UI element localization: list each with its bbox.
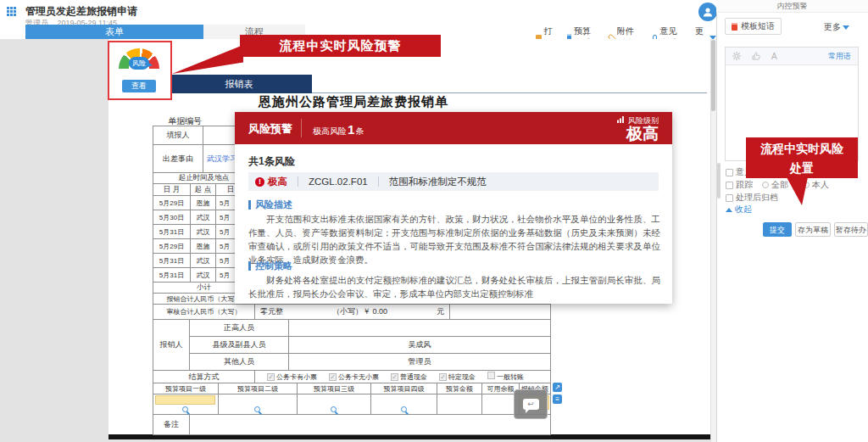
callout-right-arrow bbox=[787, 177, 808, 205]
collapse-label: 收起 bbox=[735, 204, 752, 215]
gear-icon[interactable] bbox=[732, 52, 741, 60]
comment-bubble-button[interactable]: ↩ bbox=[514, 389, 548, 419]
template-phrases-button[interactable]: 模板短语 bbox=[725, 18, 782, 35]
sidebar-more-button[interactable]: 更多 bbox=[824, 21, 849, 33]
opinion-checkbox[interactable] bbox=[726, 169, 733, 176]
tier1-value-cell[interactable] bbox=[288, 319, 551, 337]
tier1-label-cell: 正高人员 bbox=[189, 319, 289, 337]
caret-up-icon bbox=[726, 208, 732, 212]
sidebar-header: 内控预警 bbox=[716, 0, 868, 13]
trip-date-cell: 5月31日 bbox=[153, 253, 191, 268]
risk-level-value: 极高 bbox=[626, 123, 659, 145]
track-checkbox-label: 跟踪 bbox=[736, 179, 753, 191]
risk-name: 范围和标准制定不规范 bbox=[389, 176, 487, 188]
app-launcher-icon[interactable] bbox=[7, 7, 9, 9]
main-scrollbar-thumb[interactable] bbox=[711, 40, 715, 111]
risk-severity: !极高 bbox=[255, 176, 287, 188]
page-title: 管理员发起差旅报销申请 bbox=[25, 4, 137, 19]
settle-options-cell: 公务卡有小票 公务卡无小票 普通现金 特定现金 一般转账 bbox=[254, 370, 551, 383]
callout-right-line2: 处置 bbox=[746, 159, 858, 178]
remark-value-cell[interactable] bbox=[189, 414, 551, 435]
audit-words-label-cell: 审核合计人民币（大写） bbox=[153, 304, 255, 320]
budget-header-cell: 预算项目三级 bbox=[297, 383, 371, 394]
risk-strategy-text: 财务处将各处室提出的支付定额控制标准的建议汇总，财务处处长审核后，上报主管副局长… bbox=[248, 273, 660, 300]
save-draft-button[interactable]: 存为草稿 bbox=[795, 222, 831, 237]
risk-code: ZCGL.02.F01 bbox=[309, 176, 368, 187]
tab-form[interactable]: 表单 bbox=[25, 25, 203, 39]
track-all-radio[interactable] bbox=[762, 182, 769, 188]
assistant-icon[interactable] bbox=[698, 3, 717, 21]
submit-button[interactable]: 提交 bbox=[763, 222, 792, 237]
budget-header-cell: 预算金额 bbox=[437, 383, 482, 394]
budget-level3-search-icon[interactable] bbox=[331, 406, 337, 412]
archive-checkbox-row: 处理后归档 bbox=[726, 192, 778, 204]
amount-unit: 元 bbox=[437, 306, 444, 317]
col-day-cell: 日 月 bbox=[153, 183, 191, 196]
risk-count: 极高风险1条 bbox=[313, 122, 364, 137]
risk-panel-header: 风险预警 极高风险1条 风险级别 极高 bbox=[235, 112, 672, 144]
trip-city-cell: 武汉 bbox=[190, 224, 216, 239]
view-risk-button[interactable]: 查看 bbox=[122, 80, 156, 92]
collapse-link[interactable]: 收起 bbox=[726, 204, 752, 215]
trip-city-cell: 恩施 bbox=[190, 238, 216, 254]
amount-numeric: （小写）￥ 0.00 bbox=[332, 306, 387, 317]
hold-button[interactable]: 暂存待办 bbox=[834, 222, 868, 237]
trip-city-cell: 恩施 bbox=[190, 195, 216, 210]
trip-date-cell: 5月30日 bbox=[153, 210, 191, 225]
trip-date-cell: 5月31日 bbox=[153, 267, 191, 283]
list-icon[interactable]: ≡ bbox=[553, 394, 562, 404]
trip-city-cell: 武汉 bbox=[190, 253, 216, 268]
checkbox-checked-icon[interactable] bbox=[391, 373, 398, 381]
risk-desc-title: 风险描述 bbox=[248, 200, 292, 210]
sidebar-scrollbar-thumb[interactable] bbox=[717, 163, 721, 199]
checkbox-checked-icon[interactable] bbox=[439, 373, 447, 381]
track-checkbox[interactable] bbox=[726, 182, 733, 189]
settle-option[interactable]: 公务卡无小票 bbox=[329, 372, 379, 382]
tier3-value-cell[interactable]: 管理员 bbox=[288, 353, 551, 371]
chevron-down-icon bbox=[843, 25, 849, 30]
filler-label-cell: 填报人 bbox=[153, 126, 203, 145]
track-self-label: 本人 bbox=[812, 179, 829, 191]
callout-risk-warning: 流程中实时风险预警 bbox=[240, 35, 441, 57]
budget-level1-input[interactable] bbox=[155, 395, 215, 405]
trip-date-cell: 5月29日 bbox=[153, 195, 191, 210]
thumbs-up-icon[interactable] bbox=[752, 52, 760, 60]
settle-option[interactable]: 普通现金 bbox=[391, 372, 427, 382]
expand-icon[interactable]: ↗ bbox=[553, 383, 562, 392]
checkbox-checked-icon[interactable] bbox=[267, 373, 275, 381]
bar-chart-icon bbox=[617, 116, 626, 123]
alert-icon: ! bbox=[255, 177, 264, 187]
checkbox-unchecked-icon[interactable] bbox=[487, 372, 495, 379]
reason-label-cell: 出差事由 bbox=[153, 144, 203, 173]
font-format-icon[interactable]: A bbox=[771, 52, 777, 61]
risk-strategy-title: 控制策略 bbox=[248, 261, 292, 271]
red-document-icon bbox=[732, 23, 737, 31]
settle-option-label: 公务卡无小票 bbox=[338, 373, 379, 381]
budget-header-cell: 预算项目一级 bbox=[153, 383, 219, 394]
common-phrases-link[interactable]: 常用语 bbox=[828, 51, 851, 62]
settle-option[interactable]: 公务卡有小票 bbox=[267, 372, 317, 382]
sheet-tab[interactable]: 报销表 bbox=[166, 75, 312, 93]
track-all-label: 全部 bbox=[771, 179, 788, 191]
checkbox-checked-icon[interactable] bbox=[329, 373, 337, 381]
callout-risk-handling: 流程中实时风险 处置 bbox=[746, 137, 858, 178]
claimant-label-cell: 报销人 bbox=[153, 319, 190, 371]
reply-bubble-icon: ↩ bbox=[523, 399, 539, 410]
budget-level4-search-icon[interactable] bbox=[401, 406, 407, 412]
template-phrases-label: 模板短语 bbox=[741, 20, 775, 32]
budget-level2-search-icon[interactable] bbox=[254, 406, 260, 412]
app-window: 管理员发起差旅报销申请 管理员 2019-05-29 11:45 表单 流程 打… bbox=[0, 0, 868, 442]
budget-level1-search-icon[interactable] bbox=[182, 406, 188, 412]
tier2-value-cell[interactable]: 吴成风 bbox=[288, 336, 551, 354]
archive-checkbox[interactable] bbox=[726, 194, 733, 202]
remark-label-cell: 备注 bbox=[153, 414, 190, 435]
amount-words: 零元整 bbox=[260, 306, 283, 317]
settle-option-label: 普通现金 bbox=[400, 373, 427, 381]
risk-item-row[interactable]: !极高 ZCGL.02.F01 范围和标准制定不规范 bbox=[248, 172, 659, 191]
risk-gauge-widget: 风险 查看 bbox=[108, 41, 172, 100]
audit-amount-cell: 零元整 （小写）￥ 0.00 元 bbox=[254, 304, 450, 320]
settle-option[interactable]: 一般转账 bbox=[487, 372, 524, 382]
tier3-label-cell: 其他人员 bbox=[189, 353, 289, 371]
person-glyph bbox=[702, 6, 714, 18]
settle-option[interactable]: 特定现金 bbox=[439, 372, 476, 382]
